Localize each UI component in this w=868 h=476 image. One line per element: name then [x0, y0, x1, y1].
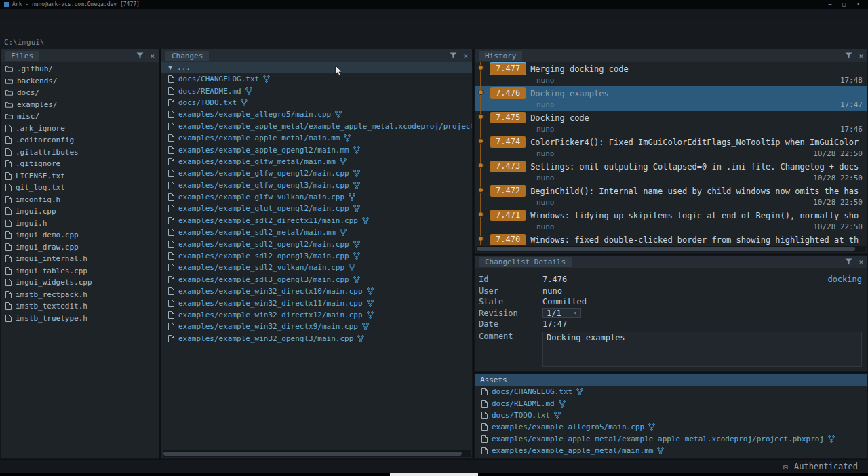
horizontal-scrollbar[interactable] — [476, 246, 866, 252]
file-tree-item[interactable]: imgui.h — [1, 218, 159, 230]
file-tree-item[interactable]: misc/ — [1, 111, 159, 123]
revision-dropdown[interactable]: 1/1 ▾ — [542, 308, 581, 318]
changed-file-row[interactable]: docs/README.md — [161, 85, 472, 96]
file-tree-item[interactable]: backends/ — [1, 75, 159, 87]
file-icon — [168, 276, 174, 283]
scrollbar-thumb[interactable] — [163, 452, 462, 456]
asset-row[interactable]: examples/example_apple_metal/main.mm — [475, 445, 867, 456]
file-tree-item[interactable]: imgui_draw.cpp — [1, 241, 159, 254]
close-icon[interactable]: × — [859, 52, 863, 60]
file-tree-item[interactable]: imgui_internal.h — [1, 253, 159, 265]
close-icon[interactable]: × — [150, 52, 155, 60]
comment-input[interactable]: Docking examples — [542, 332, 862, 367]
changeset-badge[interactable]: 7.476 — [490, 87, 526, 99]
scrollbar-thumb[interactable] — [477, 247, 855, 251]
maximize-icon[interactable]: □ — [842, 0, 846, 9]
changeset-row[interactable]: 7.476 Docking examples nuno 17:47 — [475, 86, 867, 111]
minimize-icon[interactable]: ─ — [829, 0, 832, 9]
changeset-badge[interactable]: 7.475 — [490, 112, 526, 123]
changeset-row[interactable]: 7.473 Settings: omit outputing Collapsed… — [475, 159, 867, 184]
changeset-badge[interactable]: 7.470 — [490, 234, 526, 245]
changeset-row[interactable]: 7.472 BeginChild(): Internal name used b… — [475, 184, 867, 208]
horizontal-scrollbar[interactable] — [163, 450, 471, 457]
file-tree-item[interactable]: .github/ — [1, 63, 159, 75]
changeset-badge[interactable]: 7.471 — [490, 210, 526, 221]
changed-file-row[interactable]: examples/example_glfw_metal/main.mm — [161, 156, 472, 167]
file-tree-item[interactable]: imstb_rectpack.h — [1, 289, 159, 301]
file-name: backends/ — [17, 77, 58, 85]
changed-file-row[interactable]: examples/example_sdl2_directx11/main.cpp — [161, 215, 472, 226]
changeset-badge[interactable]: 7.472 — [490, 185, 526, 197]
asset-path: docs/CHANGELOG.txt — [492, 387, 572, 396]
file-tree-item[interactable]: LICENSE.txt — [1, 170, 159, 182]
changed-file-row[interactable]: examples/example_sdl2_opengl2/main.cpp — [161, 238, 472, 250]
changed-file-row[interactable]: examples/example_sdl2_opengl3/main.cpp — [161, 250, 472, 262]
close-icon[interactable]: × — [463, 52, 468, 60]
file-tree-item[interactable]: .gitignore — [1, 158, 159, 170]
assets-panel-header[interactable]: Assets — [475, 374, 867, 386]
changed-file-row[interactable]: examples/example_apple_metal/main.mm — [161, 132, 472, 144]
file-tree-item[interactable]: .gitattributes — [1, 146, 159, 159]
close-icon[interactable]: × — [859, 258, 863, 266]
assets-list: docs/CHANGELOG.txt docs/README.md — [475, 386, 867, 458]
changed-file-row[interactable]: examples/example_glut_opengl2/main.cpp — [161, 203, 472, 214]
changeset-row[interactable]: 7.475 Docking code nuno 17:46 — [475, 111, 867, 135]
changeset-comment: Docking examples — [530, 89, 867, 98]
changeset-badge[interactable]: 7.477 — [490, 63, 526, 75]
status-bar: ✉ Authenticated — [0, 459, 868, 473]
changeset-row[interactable]: 7.474 ColorPicker4(): Fixed ImGuiColorEd… — [475, 135, 867, 159]
changed-file-row[interactable]: examples/example_allegro5/main.cpp — [161, 108, 472, 120]
changed-file-row[interactable]: examples/example_sdl2_metal/main.mm — [161, 226, 472, 238]
filter-icon[interactable] — [845, 258, 852, 265]
changed-file-row[interactable]: examples/example_win32_directx11/main.cp… — [161, 297, 472, 309]
file-tree-item[interactable]: imstb_textedit.h — [1, 300, 159, 313]
changeset-badge[interactable]: 7.474 — [490, 136, 526, 148]
file-tree-item[interactable]: imstb_truetype.h — [1, 313, 159, 325]
changed-file-row[interactable]: examples/example_apple_metal/example_app… — [161, 121, 472, 132]
changeset-row[interactable]: 7.471 Windows: tidying up skipitems logi… — [475, 208, 867, 233]
file-tree-item[interactable]: imgui_demo.cpp — [1, 229, 159, 241]
file-tree-item[interactable]: imgui.cpp — [1, 205, 159, 218]
timeline-dot-icon — [478, 90, 484, 95]
changes-root-row[interactable]: ▼ ... — [161, 62, 472, 73]
file-tree-item[interactable]: docs/ — [1, 87, 159, 99]
changed-file-row[interactable]: examples/example_glfw_vulkan/main.cpp — [161, 191, 472, 203]
filter-icon[interactable] — [450, 52, 457, 59]
changed-file-row[interactable]: examples/example_glfw_opengl3/main.cpp — [161, 180, 472, 191]
file-icon — [168, 146, 174, 154]
file-tree-item[interactable]: .ark_ignore — [1, 123, 159, 135]
file-tree-item[interactable]: imgui_tables.cpp — [1, 265, 159, 277]
asset-row[interactable]: examples/example_apple_metal/example_app… — [475, 433, 867, 445]
files-tree: .github/ backends/ doc — [1, 62, 159, 458]
changed-file-row[interactable]: examples/example_glfw_opengl2/main.cpp — [161, 167, 472, 179]
file-tree-item[interactable]: examples/ — [1, 99, 159, 111]
asset-row[interactable]: docs/CHANGELOG.txt — [475, 386, 867, 397]
changeset-row[interactable]: 7.477 Merging docking code nuno 17:48 — [475, 62, 867, 86]
changed-file-row[interactable]: examples/example_win32_opengl3/main.cpp — [161, 333, 472, 344]
changeset-badge[interactable]: 7.473 — [490, 161, 526, 172]
file-tree-item[interactable]: .editorconfig — [1, 134, 159, 146]
changed-file-row[interactable]: examples/example_win32_directx12/main.cp… — [161, 309, 472, 321]
file-icon — [168, 252, 174, 260]
changed-file-row[interactable]: examples/example_sdl3_opengl3/main.cpp — [161, 274, 472, 285]
changed-file-row[interactable]: docs/CHANGELOG.txt — [161, 73, 472, 85]
asset-row[interactable]: docs/README.md — [475, 397, 867, 409]
expander-icon[interactable]: ▼ — [168, 64, 172, 71]
field-label: Revision — [479, 309, 542, 318]
asset-row[interactable]: docs/TODO.txt — [475, 410, 867, 421]
close-window-icon[interactable]: × — [856, 0, 860, 9]
changed-file-row[interactable]: examples/example_win32_directx9/main.cpp — [161, 321, 472, 332]
changed-file-row[interactable]: examples/example_apple_opengl2/main.mm — [161, 144, 472, 155]
asset-row[interactable]: examples/example_allegro5/main.cpp — [475, 421, 867, 433]
file-tree-item[interactable]: git_log.txt — [1, 182, 159, 194]
field-date: Date 17:47 — [479, 319, 862, 330]
changeset-row[interactable]: 7.470 Windows: fixed double-clicked bord… — [475, 233, 867, 245]
asset-path: examples/example_apple_metal/example_app… — [492, 435, 824, 443]
changed-file-row[interactable]: docs/TODO.txt — [161, 97, 472, 108]
filter-icon[interactable] — [845, 52, 852, 59]
changed-file-row[interactable]: examples/example_win32_directx10/main.cp… — [161, 285, 472, 297]
changed-file-row[interactable]: examples/example_sdl2_vulkan/main.cpp — [161, 262, 472, 273]
filter-icon[interactable] — [136, 52, 144, 59]
file-tree-item[interactable]: imgui_widgets.cpp — [1, 277, 159, 289]
file-tree-item[interactable]: imconfig.h — [1, 194, 159, 206]
